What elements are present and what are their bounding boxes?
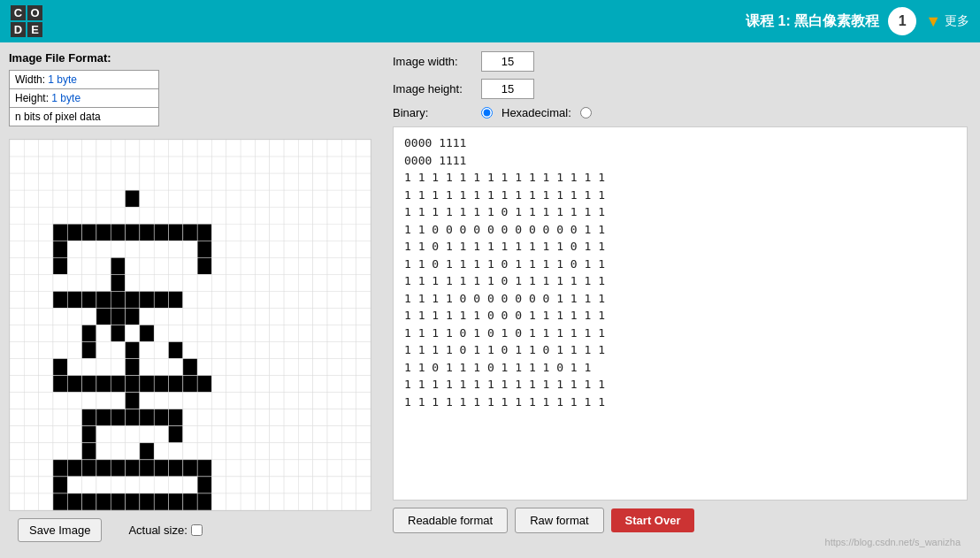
format-height-value: 1 byte bbox=[51, 92, 80, 104]
watermark: https://blog.csdn.net/s_wanizha bbox=[393, 537, 968, 549]
bottom-buttons: Readable format Raw format Start Over bbox=[393, 501, 968, 537]
image-width-input[interactable] bbox=[481, 51, 534, 72]
start-over-button[interactable]: Start Over bbox=[611, 508, 695, 532]
binary-label: Binary: bbox=[393, 106, 472, 119]
course-title: 课程 1: 黑白像素教程 bbox=[746, 12, 879, 31]
more-label: 更多 bbox=[945, 13, 969, 29]
format-row-width: Width: 1 byte bbox=[10, 71, 158, 89]
actual-size-label: Actual size: bbox=[128, 524, 187, 537]
logo-d: D bbox=[11, 22, 26, 37]
format-section-label: Image File Format: bbox=[9, 51, 371, 65]
logo-o: O bbox=[27, 5, 42, 20]
format-row-height: Height: 1 byte bbox=[10, 89, 158, 108]
format-row-pixel: n bits of pixel data bbox=[10, 108, 158, 126]
binary-radio[interactable] bbox=[481, 107, 493, 118]
image-height-label: Image height: bbox=[393, 82, 472, 96]
readable-format-button[interactable]: Readable format bbox=[393, 508, 508, 533]
header: C O D E 课程 1: 黑白像素教程 1 ▼ 更多 bbox=[0, 0, 980, 42]
left-panel: Image File Format: Width: 1 byte Height:… bbox=[0, 42, 380, 558]
pixel-canvas[interactable] bbox=[10, 140, 371, 510]
right-panel: Image width: Image height: Binary: Hexad… bbox=[380, 42, 980, 558]
save-image-button[interactable]: Save Image bbox=[18, 518, 102, 542]
pixel-grid-container bbox=[9, 139, 371, 511]
width-control-row: Image width: bbox=[393, 51, 968, 72]
hexadecimal-label: Hexadecimal: bbox=[501, 106, 571, 119]
more-menu[interactable]: ▼ 更多 bbox=[925, 12, 969, 31]
format-table: Width: 1 byte Height: 1 byte n bits of p… bbox=[9, 70, 159, 126]
dropdown-icon: ▼ bbox=[925, 12, 941, 31]
logo: C O D E bbox=[11, 5, 42, 37]
bottom-bar-left: Save Image Actual size: bbox=[9, 511, 371, 549]
raw-format-button[interactable]: Raw format bbox=[515, 508, 603, 533]
format-width-value: 1 byte bbox=[48, 73, 77, 86]
header-right: 课程 1: 黑白像素教程 1 ▼ 更多 bbox=[746, 7, 969, 35]
image-width-label: Image width: bbox=[393, 55, 472, 68]
logo-c: C bbox=[11, 5, 26, 20]
main-content: Image File Format: Width: 1 byte Height:… bbox=[0, 42, 980, 558]
hexadecimal-radio[interactable] bbox=[580, 107, 592, 118]
logo-e: E bbox=[27, 22, 42, 37]
height-control-row: Image height: bbox=[393, 79, 968, 99]
actual-size-control: Actual size: bbox=[128, 524, 202, 537]
actual-size-checkbox[interactable] bbox=[191, 524, 203, 536]
lesson-badge: 1 bbox=[888, 7, 916, 35]
binary-display: 0000 1111 0000 1111 1 1 1 1 1 1 1 1 1 1 … bbox=[393, 126, 968, 501]
binary-hex-row: Binary: Hexadecimal: bbox=[393, 106, 968, 119]
image-height-input[interactable] bbox=[481, 79, 534, 99]
